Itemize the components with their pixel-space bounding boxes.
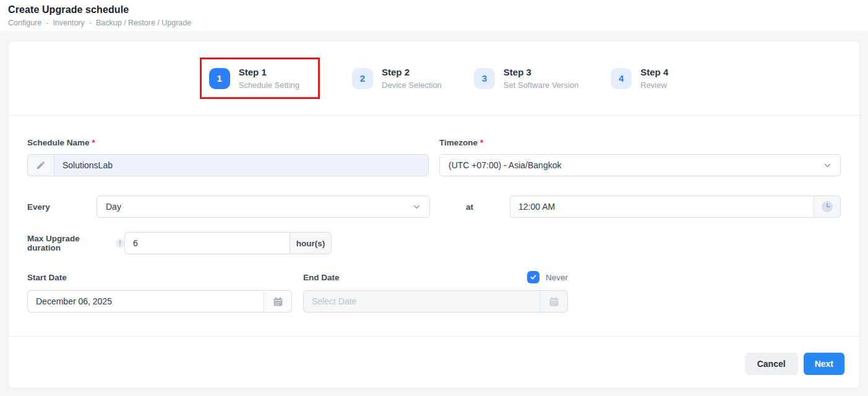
end-date-picker-addon[interactable] — [539, 290, 568, 312]
start-date-picker-addon[interactable] — [264, 290, 292, 312]
breadcrumb-item-configure[interactable]: Configure — [8, 19, 41, 27]
check-icon — [530, 273, 537, 281]
timezone-label: Timezone * — [439, 138, 841, 147]
step-2-badge: 2 — [352, 68, 373, 89]
breadcrumb-separator: - — [89, 19, 92, 27]
step-2-subtitle: Device Selection — [382, 80, 442, 90]
page-title: Create Upgrade schedule — [8, 4, 868, 15]
breadcrumb-item-inventory[interactable]: Inventory — [53, 19, 84, 27]
step-3-subtitle: Set Software Version — [504, 80, 578, 90]
every-selected-value: Day — [106, 202, 121, 212]
never-checkbox-group: Never — [527, 271, 568, 283]
schedule-name-input[interactable] — [54, 154, 429, 176]
schedule-name-field: Schedule Name * — [27, 138, 429, 176]
schedule-setting-form: Schedule Name * Timezone * — [9, 116, 859, 336]
breadcrumb-item-backup-restore-upgrade[interactable]: Backup / Restore / Upgrade — [96, 19, 191, 27]
form-footer: Cancel Next — [9, 336, 859, 388]
max-upgrade-duration-label: Max Upgrade duration ! — [27, 234, 124, 252]
step-4-badge: 4 — [611, 68, 632, 89]
never-checkbox[interactable] — [527, 271, 539, 283]
cancel-button[interactable]: Cancel — [745, 353, 798, 375]
every-label: Every — [27, 202, 97, 212]
step-1-highlight-annotation: 1 Step 1 Schedule Setting — [200, 58, 320, 99]
stepper-step-2[interactable]: 2 Step 2 Device Selection — [352, 67, 442, 90]
step-3-badge: 3 — [474, 68, 495, 89]
end-date-label: End Date — [303, 273, 340, 282]
start-date-field: Start Date — [27, 271, 292, 312]
step-1-subtitle: Schedule Setting — [239, 80, 299, 90]
every-select[interactable]: Day — [97, 196, 430, 218]
pencil-icon — [36, 160, 46, 170]
schedule-name-edit-addon — [27, 154, 54, 176]
start-date-input[interactable] — [27, 290, 264, 312]
breadcrumb: Configure - Inventory - Backup / Restore… — [8, 19, 868, 27]
at-label: at — [430, 202, 510, 212]
calendar-icon — [273, 296, 283, 307]
stepper-step-1[interactable]: 1 Step 1 Schedule Setting — [209, 67, 299, 90]
timezone-selected-value: (UTC +07:00) - Asia/Bangkok — [449, 160, 561, 170]
step-3-title: Step 3 — [504, 67, 578, 79]
start-date-label: Start Date — [27, 273, 67, 282]
stepper-step-4[interactable]: 4 Step 4 Review — [611, 67, 668, 90]
duration-unit-addon: hour(s) — [290, 232, 332, 254]
required-asterisk: * — [92, 138, 95, 147]
step-1-title: Step 1 — [239, 67, 299, 79]
step-1-badge: 1 — [209, 68, 230, 89]
timezone-field: Timezone * (UTC +07:00) - Asia/Bangkok — [439, 138, 841, 176]
timezone-select[interactable]: (UTC +07:00) - Asia/Bangkok — [439, 154, 841, 176]
time-picker-addon[interactable] — [814, 196, 841, 218]
chevron-down-icon — [413, 203, 421, 211]
breadcrumb-separator: - — [46, 19, 48, 27]
wizard-stepper: 1 Step 1 Schedule Setting 2 Step 2 Devic… — [9, 41, 859, 116]
step-4-title: Step 4 — [640, 67, 668, 79]
end-date-field: End Date Never — [303, 271, 568, 312]
next-button[interactable]: Next — [804, 353, 844, 375]
stepper-step-3[interactable]: 3 Step 3 Set Software Version — [474, 67, 578, 90]
end-date-input[interactable] — [303, 290, 539, 312]
time-field — [510, 196, 841, 218]
never-checkbox-label: Never — [546, 273, 568, 282]
schedule-name-label: Schedule Name * — [27, 138, 429, 147]
chevron-down-icon — [823, 161, 831, 170]
info-icon[interactable]: ! — [116, 239, 124, 248]
max-upgrade-duration-input[interactable] — [124, 232, 290, 254]
create-upgrade-schedule-card: 1 Step 1 Schedule Setting 2 Step 2 Devic… — [8, 41, 860, 389]
step-4-subtitle: Review — [640, 80, 668, 90]
page-header: Create Upgrade schedule Configure - Inve… — [0, 0, 868, 31]
time-input[interactable] — [510, 196, 814, 218]
required-asterisk: * — [480, 138, 483, 147]
calendar-icon — [549, 296, 559, 307]
clock-icon — [821, 200, 833, 213]
step-2-title: Step 2 — [382, 67, 442, 79]
